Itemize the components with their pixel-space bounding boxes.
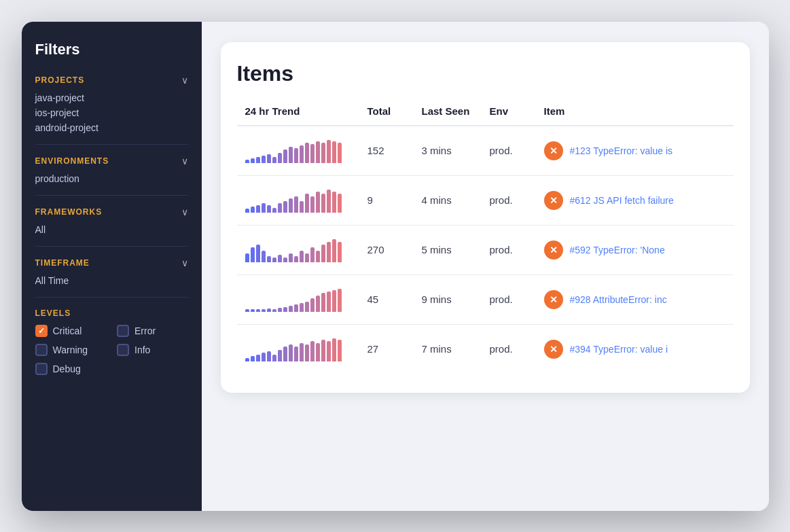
- trend-bar: [338, 340, 342, 361]
- trend-bar: [267, 154, 271, 163]
- status-icon[interactable]: ✕: [544, 340, 563, 359]
- table-row[interactable]: 1523 minsprod.✕#123 TypeError: value is: [237, 126, 734, 176]
- debug-checkbox[interactable]: [35, 363, 48, 375]
- total-cell: 270: [367, 244, 422, 255]
- trend-bar: [262, 203, 266, 213]
- status-icon[interactable]: ✕: [544, 191, 563, 210]
- trend-bar: [283, 258, 287, 262]
- frameworks-section-header[interactable]: FRAMEWORKS ∨: [35, 207, 188, 217]
- trend-bar: [267, 351, 271, 361]
- item-link[interactable]: #394 TypeError: value i: [570, 344, 668, 355]
- trend-bar: [272, 157, 276, 163]
- environments-section-header[interactable]: ENVIRONMENTS ∨: [35, 156, 188, 166]
- trend-bar: [289, 306, 293, 312]
- info-label: Info: [134, 344, 150, 355]
- trend-bar: [272, 258, 276, 262]
- item-link[interactable]: #592 TypeError: 'None: [570, 245, 665, 255]
- project-android[interactable]: android-project: [35, 122, 188, 133]
- trend-bar: [272, 355, 276, 361]
- trend-bar: [321, 194, 325, 212]
- trend-bar: [310, 341, 315, 361]
- item-cell[interactable]: ✕#592 TypeError: 'None: [544, 241, 725, 260]
- trend-bar: [327, 190, 331, 213]
- trend-bar: [305, 302, 309, 312]
- trend-bar: [267, 256, 271, 262]
- item-link[interactable]: #123 TypeError: value is: [570, 145, 673, 156]
- trend-bar: [278, 350, 282, 361]
- trend-bar: [283, 307, 287, 311]
- total-cell: 27: [367, 343, 422, 355]
- trend-bar: [289, 344, 293, 361]
- trend-bar: [294, 148, 298, 162]
- trend-bar: [310, 144, 315, 163]
- last-seen-cell: 3 mins: [422, 145, 490, 156]
- trend-bar: [332, 141, 336, 163]
- levels-section-header: LEVELS: [35, 308, 188, 318]
- trend-bars: [245, 287, 367, 312]
- item-cell[interactable]: ✕#928 AttributeError: inc: [544, 290, 725, 309]
- trend-bar: [300, 145, 304, 163]
- trend-bar: [321, 293, 325, 312]
- trend-bars: [245, 188, 367, 213]
- info-checkbox[interactable]: [117, 344, 129, 356]
- trend-bar: [256, 309, 260, 312]
- table-row[interactable]: 94 minsprod.✕#612 JS API fetch failure: [237, 176, 734, 226]
- status-icon[interactable]: ✕: [544, 241, 563, 260]
- error-checkbox[interactable]: [117, 325, 129, 337]
- env-cell: prod.: [490, 294, 544, 305]
- level-critical[interactable]: Critical: [35, 325, 107, 337]
- sidebar: Filters PROJECTS ∨ java-project ios-proj…: [22, 22, 202, 511]
- trend-bar: [251, 247, 255, 262]
- level-warning[interactable]: Warning: [35, 344, 107, 356]
- trend-bar: [332, 239, 336, 262]
- divider-1: [35, 144, 188, 145]
- trend-bar: [245, 160, 249, 162]
- last-seen-cell: 4 mins: [422, 194, 490, 206]
- env-cell: prod.: [490, 244, 544, 255]
- critical-checkbox[interactable]: [35, 325, 48, 337]
- trend-bar: [316, 141, 320, 163]
- item-cell[interactable]: ✕#394 TypeError: value i: [544, 340, 725, 359]
- debug-label: Debug: [53, 363, 81, 374]
- trend-bar: [327, 140, 331, 163]
- trend-bar: [310, 196, 315, 213]
- level-debug[interactable]: Debug: [35, 363, 188, 375]
- projects-section-header[interactable]: PROJECTS ∨: [35, 75, 188, 86]
- timeframe-section-header[interactable]: TIMEFRAME ∨: [35, 258, 188, 268]
- last-seen-cell: 9 mins: [422, 294, 490, 305]
- trend-bar: [338, 194, 342, 212]
- trend-bar: [262, 251, 266, 262]
- level-info[interactable]: Info: [117, 344, 188, 356]
- table-row[interactable]: 277 minsprod.✕#394 TypeError: value i: [237, 325, 734, 374]
- trend-bar: [283, 201, 287, 213]
- error-label: Error: [134, 325, 156, 336]
- sidebar-title: Filters: [35, 41, 188, 58]
- project-java[interactable]: java-project: [35, 92, 188, 103]
- warning-checkbox[interactable]: [35, 344, 48, 356]
- status-icon[interactable]: ✕: [544, 141, 563, 160]
- trend-bar: [338, 289, 342, 312]
- item-cell[interactable]: ✕#123 TypeError: value is: [544, 141, 725, 160]
- trend-bar: [267, 308, 271, 311]
- total-cell: 45: [367, 294, 422, 305]
- trend-bar: [338, 242, 342, 262]
- table-row[interactable]: 2705 minsprod.✕#592 TypeError: 'None: [237, 226, 734, 275]
- trend-bar: [305, 253, 309, 262]
- status-icon[interactable]: ✕: [544, 290, 563, 309]
- project-ios[interactable]: ios-project: [35, 107, 188, 118]
- item-link[interactable]: #612 JS API fetch failure: [570, 195, 674, 206]
- trend-bar: [251, 356, 255, 361]
- projects-label: PROJECTS: [35, 75, 85, 85]
- trend-bar: [278, 153, 282, 163]
- header-env: Env: [490, 105, 544, 117]
- trend-bar: [327, 291, 331, 312]
- table-row[interactable]: 459 minsprod.✕#928 AttributeError: inc: [237, 275, 734, 325]
- trend-bar: [321, 340, 325, 361]
- item-cell[interactable]: ✕#612 JS API fetch failure: [544, 191, 725, 210]
- trend-bar: [310, 247, 315, 262]
- item-link[interactable]: #928 AttributeError: inc: [570, 294, 667, 305]
- environment-production[interactable]: production: [35, 173, 188, 184]
- trend-bar: [321, 245, 325, 262]
- level-error[interactable]: Error: [117, 325, 188, 337]
- frameworks-chevron: ∨: [181, 207, 188, 217]
